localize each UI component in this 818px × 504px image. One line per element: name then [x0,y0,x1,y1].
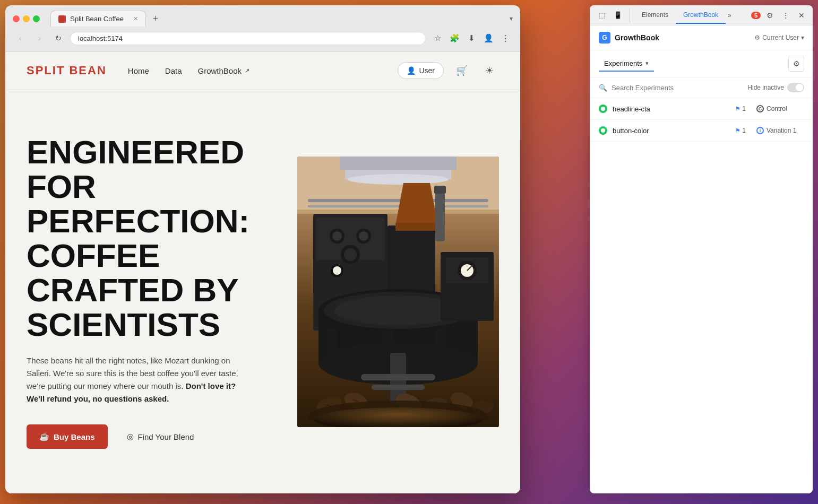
window-maximize-button[interactable] [33,15,40,22]
svg-point-17 [333,266,341,275]
menu-icon[interactable]: ⋮ [498,31,513,46]
devtools-inspect-icons: ⬚ 📱 [595,8,630,23]
window-minimize-button[interactable] [23,15,30,22]
experiment-row-button-color[interactable]: button-color ⚑ 1 i Variation 1 [590,120,813,142]
growthbook-panel-header: G GrowthBook ⚙ Current User ▾ [590,25,813,50]
experiment-row-headline-cta[interactable]: headline-cta ⚑ 1 C Control [590,98,813,120]
hide-inactive-switch[interactable] [787,83,804,92]
growthbook-logo-icon: G [599,32,610,44]
bookmark-icon[interactable]: ☆ [430,31,445,46]
nav-link-growthbook[interactable]: GrowthBook [198,66,250,75]
hero-description: These beans hit all the right notes, lik… [27,354,249,405]
error-badge: 5 [751,12,761,19]
experiment-name-2: button-color [613,127,735,135]
site-navigation: SPLIT BEAN Home Data GrowthBook 👤 User [5,51,520,90]
find-blend-label: Find Your Blend [138,432,194,441]
hero-text: ENGINEERED FOR PERFECTION: COFFEE CRAFTE… [27,135,297,449]
devtools-more-icon[interactable]: ⋮ [779,8,793,22]
svg-rect-30 [435,329,446,371]
extension-icon[interactable]: 🧩 [447,31,462,46]
current-user-dropdown[interactable]: ⚙ Current User ▾ [754,34,804,41]
forward-button[interactable]: › [32,31,47,46]
devtools-close-icon[interactable]: ✕ [795,8,808,22]
user-icon: 👤 [407,66,416,75]
growthbook-panel: G GrowthBook ⚙ Current User ▾ Experiment… [590,25,813,493]
user-button[interactable]: 👤 User [398,62,444,79]
buy-beans-button[interactable]: ☕ Buy Beans [27,424,108,449]
search-bar: 🔍 Hide inactive [590,77,813,98]
hero-section: ENGINEERED FOR PERFECTION: COFFEE CRAFTE… [5,90,520,493]
site-logo: SPLIT BEAN [27,64,107,77]
growthbook-toolbar: Experiments ▾ ⚙ [590,50,813,77]
browser-tab[interactable]: Split Bean Coffee ✕ [50,11,146,27]
url-bar[interactable]: localhost:5174 [70,32,426,45]
devtools-header: ⬚ 📱 Elements GrowthBook » 5 ⚙ ⋮ ✕ [590,5,813,25]
hide-inactive-label: Hide inactive [747,84,784,91]
nav-link-data[interactable]: Data [165,66,182,75]
hero-image [297,157,499,427]
experiments-dropdown-label: Experiments [604,59,642,67]
browser-window: Split Bean Coffee ✕ + ▾ ‹ › ↻ localhost:… [5,5,520,493]
more-tabs-button[interactable]: » [726,7,734,23]
tab-close-button[interactable]: ✕ [133,15,138,22]
gb-settings-button[interactable]: ⚙ [788,56,804,72]
tab-title: Split Bean Coffee [70,15,124,23]
flag-count-2: 1 [742,127,746,134]
status-dot-1 [601,107,605,111]
svg-rect-26 [435,188,445,241]
find-blend-icon: ◎ [127,432,134,441]
svg-point-5 [348,174,449,185]
tab-favicon-icon [58,15,66,23]
svg-rect-27 [434,186,446,194]
window-close-button[interactable] [13,15,20,22]
search-experiments-input[interactable] [612,84,743,92]
experiment-variant-2: i Variation 1 [756,127,804,134]
address-bar: ‹ › ↻ localhost:5174 ☆ 🧩 ⬇ 👤 ⋮ [5,27,520,51]
variant-label-1: Control [767,105,787,112]
devtools-settings-icon[interactable]: ⚙ [763,8,777,22]
inspect-element-icon[interactable]: ⬚ [595,8,609,23]
theme-toggle-button[interactable]: ☀ [480,61,499,80]
user-dropdown-arrow: ▾ [801,34,804,41]
profile-icon[interactable]: 👤 [481,31,496,46]
hero-buttons: ☕ Buy Beans ◎ Find Your Blend [27,424,287,449]
growthbook-logo-text: GrowthBook [615,33,659,42]
tab-bar: Split Bean Coffee ✕ + [50,11,163,27]
experiment-status-icon-1 [599,105,607,113]
download-icon[interactable]: ⬇ [464,31,479,46]
reload-button[interactable]: ↻ [51,31,66,46]
svg-rect-6 [308,199,488,202]
experiments-list: headline-cta ⚑ 1 C Control button-color … [590,98,813,493]
buy-beans-label: Buy Beans [54,432,95,441]
tab-growthbook[interactable]: GrowthBook [676,7,726,24]
theme-icon: ☀ [485,65,494,76]
experiments-dropdown[interactable]: Experiments ▾ [599,56,654,72]
user-settings-icon: ⚙ [754,34,760,41]
flag-icon-2: ⚑ [735,127,740,134]
svg-rect-32 [361,374,435,380]
flag-icon-1: ⚑ [735,106,740,112]
tab-elements[interactable]: Elements [634,7,676,24]
browser-chrome: Split Bean Coffee ✕ + ▾ ‹ › ↻ localhost:… [5,5,520,51]
new-tab-button[interactable]: + [148,11,163,26]
cart-button[interactable]: 🛒 [452,61,471,80]
responsive-icon[interactable]: 📱 [610,8,625,23]
nav-link-home[interactable]: Home [128,66,149,75]
experiment-status-icon-2 [599,126,607,135]
devtools-panel: ⬚ 📱 Elements GrowthBook » 5 ⚙ ⋮ ✕ G [590,5,813,493]
search-icon: 🔍 [599,84,607,92]
back-button[interactable]: ‹ [13,31,28,46]
nav-links: Home Data GrowthBook [128,66,398,75]
svg-point-13 [359,231,368,241]
find-blend-button[interactable]: ◎ Find Your Blend [116,424,205,449]
devtools-header-actions: 5 ⚙ ⋮ ✕ [751,8,808,22]
svg-rect-7 [308,205,488,207]
hero-headline: ENGINEERED FOR PERFECTION: COFFEE CRAFTE… [27,135,287,342]
variant-icon-1: C [756,105,764,112]
flag-count-1: 1 [742,105,746,112]
tab-expand-button[interactable]: ▾ [510,15,513,22]
svg-rect-3 [340,157,457,170]
cart-icon: 🛒 [456,65,468,76]
current-user-label: Current User [762,34,799,41]
growthbook-logo: G GrowthBook [599,32,754,44]
